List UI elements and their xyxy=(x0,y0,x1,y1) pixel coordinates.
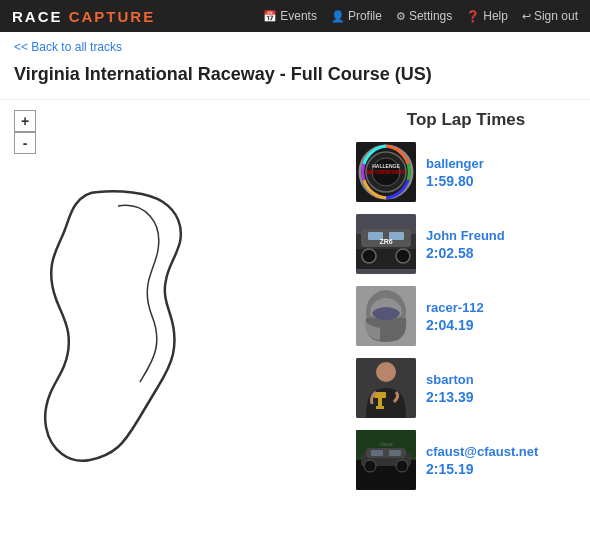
lap-entry: sbarton 2:13.39 xyxy=(356,358,576,418)
nav-profile[interactable]: 👤 Profile xyxy=(331,9,382,23)
lap-username[interactable]: sbarton xyxy=(426,372,474,387)
main-content: + - Top Lap Times xyxy=(0,100,590,512)
lap-info: racer-112 2:04.19 xyxy=(426,300,484,333)
lap-entry: racer-112 2:04.19 xyxy=(356,286,576,346)
signout-icon: ↩ xyxy=(522,10,531,23)
svg-rect-27 xyxy=(371,450,383,456)
zoom-out-button[interactable]: - xyxy=(14,132,36,154)
svg-point-18 xyxy=(376,362,396,382)
lap-entry: ZR6 John Freund 2:02.58 xyxy=(356,214,576,274)
svg-point-13 xyxy=(396,249,410,263)
back-to-tracks-link[interactable]: << Back to all tracks xyxy=(14,40,122,54)
lap-info: ballenger 1:59.80 xyxy=(426,156,484,189)
lap-username[interactable]: John Freund xyxy=(426,228,505,243)
zoom-controls: + - xyxy=(14,110,36,154)
avatar: cfaust xyxy=(356,430,416,490)
nav-help[interactable]: ❓ Help xyxy=(466,9,508,23)
svg-point-12 xyxy=(362,249,376,263)
svg-point-29 xyxy=(364,460,376,472)
svg-rect-21 xyxy=(376,406,384,409)
svg-text:cfaust: cfaust xyxy=(379,441,393,447)
avatar: HALLENGE MOTORSPORTS xyxy=(356,142,416,202)
lap-time: 2:15.19 xyxy=(426,461,538,477)
lap-times-title: Top Lap Times xyxy=(356,110,576,130)
profile-icon: 👤 xyxy=(331,10,345,23)
lap-time: 2:04.19 xyxy=(426,317,484,333)
nav-settings[interactable]: ⚙ Settings xyxy=(396,9,452,23)
lap-time: 2:13.39 xyxy=(426,389,474,405)
lap-times-section: Top Lap Times HALLENGE MOTORSPORTS xyxy=(356,110,576,502)
header: RACE CAPTURE 📅 Events 👤 Profile ⚙ Settin… xyxy=(0,0,590,32)
lap-entry: cfaust cfaust@cfaust.net 2:15.19 xyxy=(356,430,576,490)
lap-username[interactable]: cfaust@cfaust.net xyxy=(426,444,538,459)
lap-username[interactable]: ballenger xyxy=(426,156,484,171)
nav-events[interactable]: 📅 Events xyxy=(263,9,317,23)
main-nav: 📅 Events 👤 Profile ⚙ Settings ❓ Help ↩ S… xyxy=(263,9,578,23)
settings-icon: ⚙ xyxy=(396,10,406,23)
svg-text:ZR6: ZR6 xyxy=(379,238,392,245)
lap-time: 1:59.80 xyxy=(426,173,484,189)
back-link-container: << Back to all tracks xyxy=(0,32,590,58)
lap-username[interactable]: racer-112 xyxy=(426,300,484,315)
lap-time: 2:02.58 xyxy=(426,245,505,261)
zoom-in-button[interactable]: + xyxy=(14,110,36,132)
svg-text:MOTORSPORTS: MOTORSPORTS xyxy=(366,169,406,175)
page-title: Virginia International Raceway - Full Co… xyxy=(0,58,590,100)
events-icon: 📅 xyxy=(263,10,277,23)
lap-info: sbarton 2:13.39 xyxy=(426,372,474,405)
avatar: ZR6 xyxy=(356,214,416,274)
map-section: + - xyxy=(14,110,336,502)
lap-info: John Freund 2:02.58 xyxy=(426,228,505,261)
site-logo: RACE CAPTURE xyxy=(12,8,155,25)
svg-rect-28 xyxy=(389,450,401,456)
track-map[interactable] xyxy=(18,162,258,482)
lap-info: cfaust@cfaust.net 2:15.19 xyxy=(426,444,538,477)
help-icon: ❓ xyxy=(466,10,480,23)
lap-entry: HALLENGE MOTORSPORTS ballenger 1:59.80 xyxy=(356,142,576,202)
nav-signout[interactable]: ↩ Sign out xyxy=(522,9,578,23)
svg-point-30 xyxy=(396,460,408,472)
avatar xyxy=(356,286,416,346)
avatar xyxy=(356,358,416,418)
